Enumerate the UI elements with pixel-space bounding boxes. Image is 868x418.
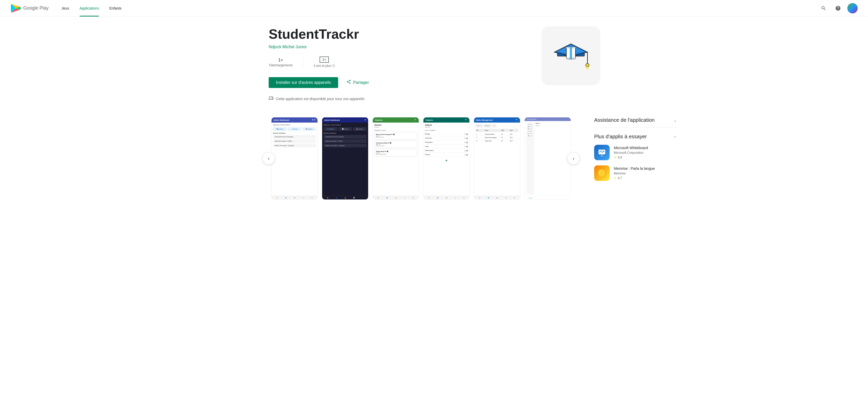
svg-line-11 — [588, 67, 589, 69]
memrise-app-icon: 🟡 — [594, 165, 610, 181]
app-actions: Installer sur d'autres appareils Partage… — [269, 76, 527, 89]
app-title: StudentTrackr — [269, 27, 527, 41]
svg-point-14 — [604, 151, 604, 152]
downloads-label: Téléchargements — [269, 64, 293, 67]
share-button[interactable]: Partager — [342, 76, 373, 89]
install-button[interactable]: Installer sur d'autres appareils — [269, 77, 338, 88]
content-grid: ‹ Admin Dashboard ☀ ✕ Welcome, School Ad… — [269, 117, 599, 215]
svg-rect-6 — [570, 46, 572, 59]
memrise-app-dev: Memrise — [614, 172, 677, 175]
assistance-expand-icon[interactable]: ⌄ — [674, 118, 677, 122]
related-app-whiteboard[interactable]: Microsoft Whiteboard Microsoft Corporati… — [594, 145, 677, 160]
devices-notice-text: Cette application est disponible pour to… — [276, 97, 364, 101]
help-icon — [835, 5, 841, 11]
memrise-app-name: Memrise : Parla la langue — [614, 167, 677, 171]
play-logo-icon — [10, 3, 21, 13]
nav-jeux[interactable]: Jeux — [56, 0, 74, 16]
side-panel: Assistance de l'application ⌄ Plus d'app… — [594, 117, 677, 186]
stat-divider — [303, 57, 303, 68]
screenshots-prev-button[interactable]: ‹ — [262, 152, 275, 165]
memrise-app-rating: ★ 4,7 — [614, 176, 677, 180]
screenshots-scroll: Admin Dashboard ☀ ✕ Welcome, School Admi… — [269, 117, 574, 200]
assistance-title: Assistance de l'application — [594, 117, 655, 123]
app-stats: 1+ Téléchargements 3+ 3 ans et plus ⓘ — [269, 57, 527, 68]
whiteboard-app-name: Microsoft Whiteboard — [614, 146, 677, 150]
app-developer[interactable]: Ndjock Michel Junior — [269, 45, 527, 49]
related-app-memrise[interactable]: 🟡 Memrise : Parla la langue Memrise ★ 4,… — [594, 165, 677, 181]
help-button[interactable] — [833, 3, 843, 13]
app-icon — [542, 27, 599, 83]
age-badge: 3+ — [319, 57, 329, 63]
app-icon-container — [542, 27, 599, 83]
google-play-logo[interactable]: Google Play — [10, 3, 49, 13]
related-app-whiteboard-info: Microsoft Whiteboard Microsoft Corporati… — [614, 146, 677, 159]
screenshots-next-button[interactable]: › — [567, 152, 580, 165]
more-apps-header: Plus d'applis à essayer → — [594, 134, 677, 140]
whiteboard-app-icon — [594, 145, 610, 160]
main-nav: Jeux Applications Enfants — [56, 0, 818, 16]
search-icon — [821, 5, 827, 11]
graduation-cap-icon — [550, 35, 592, 76]
devices-icon — [269, 96, 273, 102]
star-icon: ★ — [614, 155, 617, 159]
nav-applications[interactable]: Applications — [74, 0, 104, 16]
screenshot-5: Marks Management 🔍 Form 1 ▾ Biology ▾ 1 … — [474, 117, 520, 200]
screenshot-6: StudentTrackr 🏠 Home 👤 Stude.. 📚 Subje..… — [524, 117, 571, 200]
screenshot-1: Admin Dashboard ☀ ✕ Welcome, School Admi… — [271, 117, 318, 200]
screenshot-3: Students 🔍 Students Form 1 ▾ Students in… — [373, 117, 419, 200]
nav-enfants[interactable]: Enfants — [104, 0, 127, 16]
header-actions — [818, 3, 858, 13]
svg-rect-15 — [601, 154, 603, 155]
svg-point-8 — [586, 64, 589, 67]
age-label: 3 ans et plus ⓘ — [314, 64, 335, 68]
assistance-header: Assistance de l'application ⌄ — [594, 117, 677, 128]
share-icon — [346, 79, 351, 85]
star-icon-2: ★ — [614, 176, 617, 180]
more-apps-title: Plus d'applis à essayer — [594, 134, 647, 140]
header: Google Play Jeux Applications Enfants — [0, 0, 868, 16]
screenshot-4: Subjects 🔍 Subjects Form 1 ▾ Form 1 Subj… — [423, 117, 470, 200]
app-header-section: StudentTrackr Ndjock Michel Junior 1+ Té… — [269, 27, 599, 102]
svg-line-9 — [586, 67, 587, 69]
whiteboard-app-dev: Microsoft Corporation — [614, 151, 677, 154]
more-apps-link[interactable]: → — [673, 134, 677, 139]
age-rating-stat: 3+ 3 ans et plus ⓘ — [314, 57, 335, 68]
screenshots-and-main: ‹ Admin Dashboard ☀ ✕ Welcome, School Ad… — [269, 117, 574, 215]
screenshot-2: Admin Dashboard ✕ Welcome, School Admin!… — [322, 117, 368, 200]
google-play-text: Google Play — [23, 5, 49, 11]
avatar[interactable] — [847, 3, 858, 13]
whiteboard-icon-svg — [597, 148, 607, 157]
devices-info: Cette application est disponible pour to… — [269, 96, 527, 102]
age-info-icon: ⓘ — [332, 64, 335, 68]
whiteboard-app-rating: ★ 4,6 — [614, 155, 677, 159]
downloads-stat: 1+ Téléchargements — [269, 58, 293, 67]
app-info: StudentTrackr Ndjock Michel Junior 1+ Té… — [269, 27, 527, 102]
screenshots-section: ‹ Admin Dashboard ☀ ✕ Welcome, School Ad… — [269, 117, 574, 200]
related-app-memrise-info: Memrise : Parla la langue Memrise ★ 4,7 — [614, 167, 677, 180]
search-button[interactable] — [818, 3, 829, 13]
main-content: StudentTrackr Ndjock Michel Junior 1+ Té… — [253, 16, 615, 225]
downloads-value: 1+ — [278, 58, 283, 63]
